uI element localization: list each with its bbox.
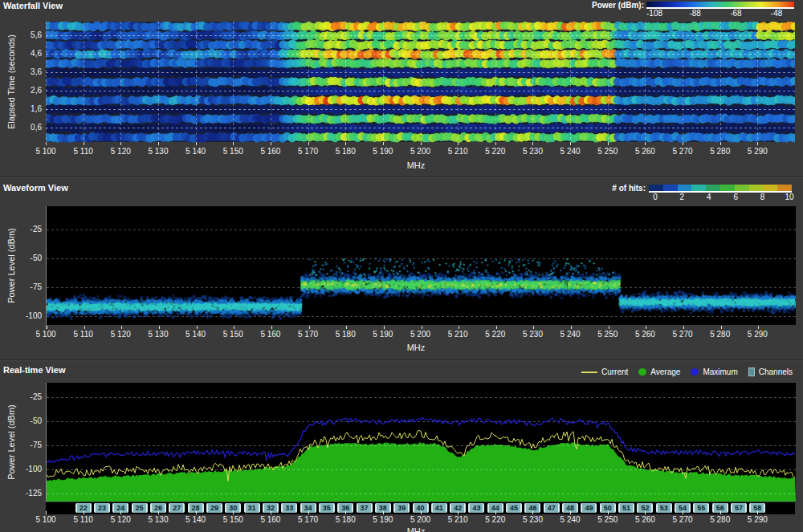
channel-cell-29[interactable]: 29 (206, 503, 222, 513)
realtime-plot[interactable] (46, 383, 796, 502)
panel-divider (0, 359, 803, 361)
x-tick-label: 5 130 (148, 330, 168, 339)
legend-item-label: Average (650, 368, 680, 376)
x-tick-mark (570, 511, 571, 514)
legend-item-maximum[interactable]: Maximum (691, 368, 737, 376)
x-tick-label: 5 210 (448, 147, 468, 156)
x-tick-label: 5 240 (560, 147, 581, 156)
channel-cell-57[interactable]: 57 (731, 503, 747, 513)
channel-cell-47[interactable]: 47 (544, 503, 560, 513)
hits-colorbar-tick-label: 4 (707, 193, 711, 201)
x-tick-mark (421, 511, 422, 514)
y-tick-label: 3,6 (11, 67, 42, 76)
x-tick-mark (383, 511, 384, 514)
x-tick-label: 5 270 (673, 330, 693, 339)
x-tick-label: 5 150 (223, 330, 243, 339)
channel-cell-31[interactable]: 31 (244, 503, 260, 513)
x-tick-label: 5 210 (448, 330, 468, 339)
waterfall-panel-title: Waterfall View (3, 1, 63, 10)
realtime-x-axis-label: MHz (407, 526, 426, 532)
x-tick-mark (120, 511, 121, 514)
channel-cell-41[interactable]: 41 (431, 503, 447, 513)
x-tick-label: 5 120 (111, 330, 131, 339)
x-tick-label: 5 130 (148, 515, 168, 524)
legend-item-label: Maximum (703, 368, 737, 376)
x-tick-mark (683, 511, 683, 514)
x-tick-mark (495, 511, 496, 514)
spectrum-analyzer-window: Waterfall View Power (dBm): -108-88-68-4… (0, 0, 803, 532)
channel-cell-37[interactable]: 37 (357, 503, 373, 513)
channel-cell-43[interactable]: 43 (468, 503, 484, 513)
channel-cell-25[interactable]: 25 (132, 503, 148, 513)
legend-item-average[interactable]: Average (638, 368, 680, 376)
x-tick-label: 5 200 (410, 515, 430, 524)
y-tick-label: -50 (11, 254, 42, 262)
x-tick-label: 5 270 (673, 147, 693, 156)
y-tick-label: 4,6 (11, 49, 42, 58)
hits-colorbar-tick-label: 6 (733, 193, 738, 201)
channel-cell-45[interactable]: 45 (506, 503, 522, 513)
x-tick-label: 5 280 (710, 330, 730, 339)
channel-strip: 2223242526272829303132333435363738394041… (46, 502, 795, 514)
y-tick-label: -100 (11, 311, 42, 320)
waterfall-x-axis-label: MHz (407, 160, 426, 170)
power-colorbar-tick-label: -68 (730, 9, 741, 18)
x-tick-label: 5 150 (223, 147, 243, 156)
x-tick-mark (645, 511, 646, 514)
x-tick-label: 5 290 (748, 147, 768, 156)
channel-cell-27[interactable]: 27 (169, 503, 185, 513)
x-tick-label: 5 250 (597, 515, 618, 524)
y-tick-label: -50 (11, 416, 42, 425)
x-tick-label: 5 140 (185, 330, 206, 339)
x-tick-label: 5 120 (111, 515, 131, 524)
x-tick-label: 5 240 (560, 515, 581, 524)
x-tick-label: 5 220 (485, 515, 505, 524)
waveform-plot[interactable] (46, 206, 796, 329)
y-tick-label: 2,6 (11, 86, 42, 95)
waterfall-plot[interactable] (46, 22, 795, 146)
x-tick-label: 5 140 (185, 147, 206, 156)
x-tick-label: 5 190 (373, 330, 393, 339)
x-tick-label: 5 100 (35, 515, 55, 524)
channel-cell-23[interactable]: 23 (94, 503, 110, 513)
x-tick-label: 5 250 (597, 330, 618, 339)
hits-colorbar (649, 185, 792, 193)
channel-cell-49[interactable]: 49 (581, 503, 597, 513)
average-marker-icon (638, 368, 646, 376)
x-tick-label: 5 260 (635, 515, 655, 524)
x-tick-label: 5 270 (673, 515, 693, 524)
y-tick-label: 1,6 (11, 104, 42, 113)
x-tick-mark (720, 511, 721, 514)
x-tick-label: 5 140 (185, 515, 206, 524)
x-tick-label: 5 210 (448, 515, 468, 524)
power-colorbar-tick-label: -88 (689, 9, 700, 18)
x-tick-label: 5 280 (710, 515, 730, 524)
y-tick-label: -25 (11, 392, 42, 401)
channel-cell-53[interactable]: 53 (656, 503, 672, 513)
realtime-panel-title: Real-time View (3, 365, 65, 375)
channel-cell-35[interactable]: 35 (319, 503, 335, 513)
channel-cell-51[interactable]: 51 (618, 503, 634, 513)
legend-item-channels[interactable]: Channels (748, 368, 793, 376)
legend-item-current[interactable]: Current (581, 368, 628, 376)
hits-colorbar-tick-label: 0 (653, 193, 658, 201)
channel-cell-33[interactable]: 33 (281, 503, 297, 513)
x-tick-label: 5 180 (336, 330, 356, 339)
x-tick-label: 5 170 (298, 330, 318, 339)
legend-item-label: Current (601, 368, 628, 376)
x-tick-mark (158, 511, 159, 514)
x-tick-mark (46, 511, 47, 514)
channel-cell-39[interactable]: 39 (393, 503, 410, 513)
hits-colorbar-tick-label: 2 (680, 193, 685, 201)
x-tick-label: 5 230 (523, 515, 543, 524)
x-tick-label: 5 190 (373, 147, 393, 156)
y-tick-label: -75 (11, 282, 42, 291)
power-colorbar (646, 2, 794, 9)
waveform-y-axis-label: Power Level (dBm) (6, 228, 16, 303)
channel-cell-55[interactable]: 55 (693, 503, 709, 513)
x-tick-label: 5 170 (298, 147, 318, 156)
power-colorbar-tick-label: -108 (646, 9, 662, 18)
x-tick-label: 5 100 (35, 147, 55, 156)
x-tick-label: 5 110 (73, 515, 92, 524)
x-tick-label: 5 200 (410, 147, 430, 156)
